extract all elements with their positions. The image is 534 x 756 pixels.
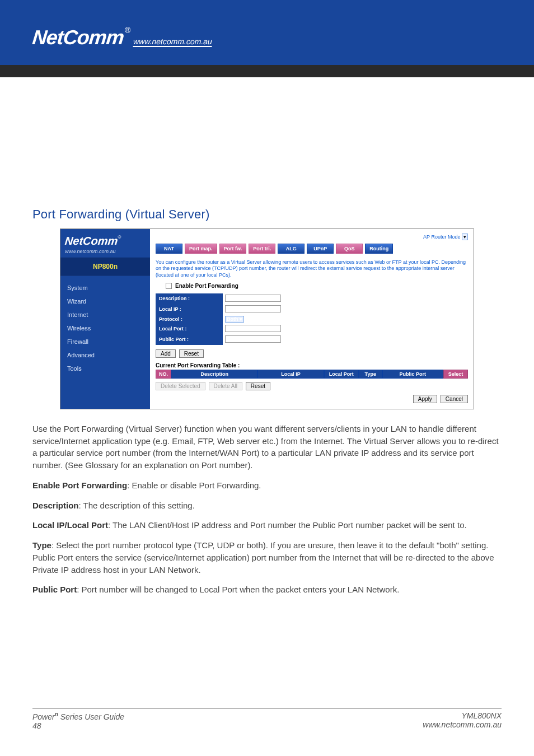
th-local-ip: Local IP [257,370,324,379]
th-public-port: Public Port [382,370,443,379]
router-logo: NetComm® [60,229,150,249]
label-local-port: Local Port : [156,324,223,333]
def-description-label: Description [32,501,79,510]
footer-guide-suffix: Series User Guide [58,712,124,721]
brand-wordmark: NetComm [31,26,125,49]
add-button[interactable]: Add [156,349,176,358]
port-fw-form: Description : Local IP : Protocol : Both… [156,293,346,345]
th-type: Type [359,370,382,379]
th-description: Description [171,370,257,379]
mode-label: AP Router Mode [423,234,460,240]
footer-code: YML800NX [423,711,502,720]
select-protocol[interactable]: Both ▾ [225,316,244,323]
router-main: AP Router Mode ▾ NAT Port map. Port fw. … [150,229,474,409]
tab-port-tri[interactable]: Port tri. [249,244,275,254]
sidebar-item-wizard[interactable]: Wizard [60,295,150,308]
footer-guide-prefix: Power [32,712,55,721]
paragraph-intro: Use the Port Forwarding (Virtual Server)… [32,423,502,472]
section-title: Port Forwarding (Virtual Server) [32,207,502,222]
tab-nat[interactable]: NAT [156,244,182,254]
label-protocol: Protocol : [156,315,223,324]
sidebar-item-firewall[interactable]: Firewall [60,335,150,348]
tab-alg[interactable]: ALG [278,244,305,254]
tab-port-map[interactable]: Port map. [185,244,217,254]
th-select: Select [443,370,468,379]
body-text: Use the Port Forwarding (Virtual Server)… [32,423,502,596]
delete-all-button[interactable]: Delete All [209,382,242,390]
input-description[interactable] [225,295,281,302]
enable-label: Enable Port Forwarding [175,283,238,289]
tab-qos[interactable]: QoS [336,244,363,254]
apply-row: Apply Cancel [156,395,468,403]
def-description-text: : The description of this setting. [79,501,195,510]
sidebar-item-system[interactable]: System [60,281,150,295]
def-description: Description: The description of this set… [32,500,502,512]
subtab-bar: NAT Port map. Port fw. Port tri. ALG UPn… [156,244,468,254]
brand-logo: NetComm® www.netcomm.com.au [32,26,212,49]
page-content: Port Forwarding (Virtual Server) NetComm… [0,207,534,756]
mode-row: AP Router Mode ▾ [156,232,468,244]
footer-guide: Powern Series User Guide [32,712,124,721]
def-enable: Enable Port Forwarding: Enable or disabl… [32,479,502,492]
sidebar-item-tools[interactable]: Tools [60,362,150,375]
label-public-port: Public Port : [156,335,223,344]
table-buttons: Delete Selected Delete All Reset [156,382,468,390]
input-public-port[interactable] [225,335,281,343]
router-sidebar: NetComm® www.netcomm.com.au NP800n Syste… [60,229,150,409]
registered-icon: ® [125,26,130,35]
def-enable-label: Enable Port Forwarding [32,480,127,490]
footer-left: Powern Series User Guide 48 [32,711,124,730]
sidebar-item-advanced[interactable]: Advanced [60,348,150,362]
brand-url: www.netcomm.com.au [133,37,212,47]
router-nav: System Wizard Internet Wireless Firewall… [60,276,150,385]
intro-text: You can configure the router as a Virtua… [156,259,468,278]
footer-url: www.netcomm.com.au [423,720,502,729]
router-model: NP800n [60,258,150,276]
label-local-ip: Local IP : [156,305,223,314]
pf-table-header: NO. Description Local IP Local Port Type… [156,370,468,379]
form-buttons: Add Reset [156,349,468,358]
tab-port-fw[interactable]: Port fw. [219,244,247,254]
label-description: Description : [156,294,223,303]
def-public-label: Public Port [32,585,77,594]
top-gap [0,77,534,207]
table-title: Current Port Forwarding Table : [156,362,468,368]
def-type: Type: Select the port number protocol ty… [32,539,502,576]
tab-routing[interactable]: Routing [365,244,393,254]
footer-page-number: 48 [32,721,124,730]
footer-right: YML800NX www.netcomm.com.au [423,711,502,730]
delete-selected-button[interactable]: Delete Selected [156,382,205,390]
brand-band: NetComm® www.netcomm.com.au [0,0,534,65]
tab-upnp[interactable]: UPnP [307,244,334,254]
def-type-text: : Select the port number protocol type (… [32,540,494,575]
cancel-button[interactable]: Cancel [441,395,468,403]
def-public-text: : Port number will be changed to Local P… [77,585,399,594]
def-type-label: Type [32,540,51,550]
input-local-ip[interactable] [225,305,281,312]
th-no: NO. [156,370,171,379]
router-logo-url: www.netcomm.com.au [60,249,150,258]
apply-button[interactable]: Apply [413,395,437,403]
input-local-port[interactable] [225,325,281,332]
enable-checkbox[interactable] [166,283,172,289]
router-logo-text: NetComm [64,235,119,248]
def-public-port: Public Port: Port number will be changed… [32,584,502,596]
dark-divider [0,65,534,77]
def-enable-text: : Enable or disable Port Forwarding. [127,480,261,490]
sidebar-item-wireless[interactable]: Wireless [60,321,150,335]
reset-button[interactable]: Reset [179,349,204,358]
th-local-port: Local Port [324,370,359,379]
enable-row: Enable Port Forwarding [166,283,468,289]
select-protocol-value: Both [227,316,238,322]
sidebar-item-internet[interactable]: Internet [60,308,150,321]
def-local-label: Local IP/Local Port [32,520,108,530]
reset-table-button[interactable]: Reset [246,382,270,390]
mode-select[interactable]: ▾ [462,234,468,240]
def-local-ip-port: Local IP/Local Port: The LAN Client/Host… [32,519,502,531]
page-footer: Powern Series User Guide 48 YML800NX www… [32,708,502,730]
router-screenshot: NetComm® www.netcomm.com.au NP800n Syste… [60,228,474,409]
def-local-text: : The LAN Client/Host IP address and Por… [108,520,467,530]
